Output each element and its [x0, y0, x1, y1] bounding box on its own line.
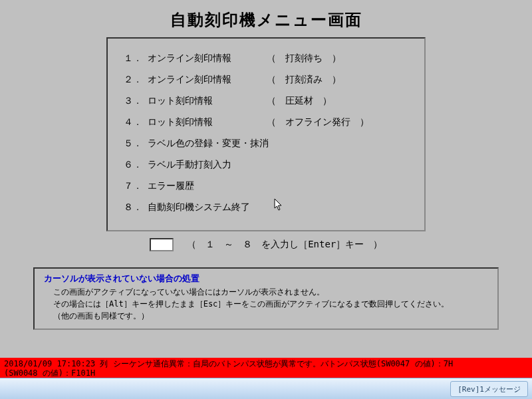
menu-item-label: オンライン刻印情報	[148, 74, 254, 86]
alarm-text: (SW0048 の値)：F101H	[4, 368, 528, 378]
menu-item-label: エラー履歴	[148, 180, 254, 192]
menu-item-label: ラベル色の登録・変更・抹消	[148, 138, 269, 150]
menu-item-label: ラベル手動打刻入力	[148, 159, 254, 171]
menu-item-number: ２．	[124, 74, 142, 86]
help-line: （他の画面も同様です。）	[44, 310, 488, 322]
menu-item-5[interactable]: ５． ラベル色の登録・変更・抹消	[122, 133, 410, 154]
help-panel: カーソルが表示されていない場合の処置 この画面がアクティブになっていない場合には…	[33, 267, 499, 330]
help-title: カーソルが表示されていない場合の処置	[44, 273, 488, 285]
menu-item-note: （ 打刻済み ）	[267, 74, 341, 86]
menu-item-4[interactable]: ４． ロット刻印情報 （ オフライン発行 ）	[122, 112, 410, 133]
menu-item-number: ８．	[124, 201, 142, 213]
input-hint: （ １ ～ ８ を入力し［Enter］キー ）	[187, 239, 382, 249]
help-line: この画面がアクティブになっていない場合にはカーソルが表示されません。	[44, 286, 488, 298]
alarm-bar: 2018/01/09 17:10:23 列 シーケンサ通信異常：自局のバトンパス…	[0, 358, 532, 378]
menu-item-note: （ オフライン発行 ）	[267, 116, 369, 128]
menu-item-note: （ 打刻待ち ）	[267, 53, 341, 65]
menu-item-6[interactable]: ６． ラベル手動打刻入力	[122, 154, 410, 176]
alarm-text: 2018/01/09 17:10:23 列 シーケンサ通信異常：自局のバトンパス…	[4, 359, 528, 368]
menu-item-number: ５．	[124, 138, 142, 150]
page-title: 自動刻印機メニュー画面	[0, 0, 532, 37]
menu-item-label: ロット刻印情報	[148, 95, 254, 107]
taskbar-item[interactable]: [Rev]1メッセージ	[450, 381, 528, 397]
menu-item-note: （ 圧延材 ）	[267, 95, 332, 107]
menu-item-label: 自動刻印機システム終了	[148, 201, 254, 213]
input-row: （ １ ～ ８ を入力し［Enter］キー ）	[106, 238, 426, 251]
menu-item-number: １．	[124, 53, 142, 65]
menu-item-2[interactable]: ２． オンライン刻印情報 （ 打刻済み ）	[122, 69, 410, 90]
menu-item-8[interactable]: ８． 自動刻印機システム終了	[122, 197, 410, 218]
menu-number-input[interactable]	[150, 238, 174, 251]
menu-item-7[interactable]: ７． エラー履歴	[122, 176, 410, 197]
menu-item-number: ６．	[124, 159, 142, 171]
menu-item-1[interactable]: １． オンライン刻印情報 （ 打刻待ち ）	[122, 48, 410, 69]
menu-item-3[interactable]: ３． ロット刻印情報 （ 圧延材 ）	[122, 90, 410, 112]
menu-item-label: オンライン刻印情報	[148, 53, 254, 65]
menu-item-label: ロット刻印情報	[148, 116, 254, 128]
taskbar: [Rev]1メッセージ	[0, 378, 532, 399]
menu-panel: １． オンライン刻印情報 （ 打刻待ち ） ２． オンライン刻印情報 （ 打刻済…	[106, 37, 426, 231]
menu-item-number: ３．	[124, 95, 142, 107]
menu-item-number: ７．	[124, 180, 142, 192]
help-line: その場合には［Alt］キーを押したまま［Esc］キーをこの画面がアクティブになる…	[44, 298, 488, 310]
menu-item-number: ４．	[124, 116, 142, 128]
